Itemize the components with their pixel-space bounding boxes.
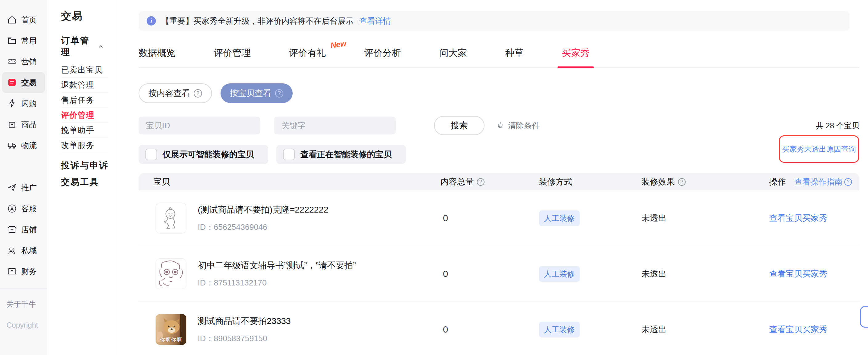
decor-effect-value: 未透出 bbox=[642, 213, 769, 224]
content-total-value: 0 bbox=[440, 324, 539, 335]
sidebar-item-private-domain[interactable]: 私域 bbox=[2, 240, 45, 261]
nav-item-label: 已卖出宝贝 bbox=[61, 65, 102, 75]
about-qianniu-link[interactable]: 关于千牛 bbox=[6, 299, 47, 309]
sidebar-item-shop[interactable]: 店铺 bbox=[2, 219, 45, 240]
sidebar-item-label: 私域 bbox=[21, 246, 37, 256]
sidebar-item-label: 财务 bbox=[21, 267, 37, 277]
column-header-product: 宝贝 bbox=[138, 176, 440, 187]
product-id-input[interactable] bbox=[138, 116, 260, 135]
tab-seeding[interactable]: 种草 bbox=[505, 47, 524, 67]
help-icon[interactable]: ? bbox=[844, 178, 852, 186]
bag-icon bbox=[7, 119, 17, 130]
help-icon[interactable]: ? bbox=[194, 89, 202, 98]
help-icon[interactable]: ? bbox=[678, 178, 686, 186]
sidebar-item-home[interactable]: 首页 bbox=[2, 9, 45, 30]
tab-bar: 数据概览 评价管理 评价有礼 New 评价分析 问大家 种草 买家秀 bbox=[138, 47, 859, 68]
tab-review-analysis[interactable]: 评价分析 bbox=[364, 47, 401, 67]
nav-bottom-list: 投诉与申诉 交易工具 bbox=[61, 157, 116, 190]
nav-item-order-modify[interactable]: 改单服务 bbox=[61, 138, 108, 153]
nav-item-label: 交易工具 bbox=[61, 176, 99, 188]
clear-filters-button[interactable]: 清除条件 bbox=[496, 120, 540, 131]
view-buyer-show-link[interactable]: 查看宝贝买家秀 bbox=[769, 268, 859, 279]
sidebar-spacer bbox=[0, 156, 47, 177]
sidebar-item-logistics[interactable]: 物流 bbox=[2, 135, 45, 156]
nav-sub-list: 已卖出宝贝 退款管理 售后任务 评价管理 挽单助手 改单服务 bbox=[61, 63, 116, 153]
banner-detail-link[interactable]: 查看详情 bbox=[359, 16, 391, 27]
nav-item-refund-management[interactable]: 退款管理 bbox=[61, 77, 108, 93]
sidebar-item-label: 物流 bbox=[21, 140, 37, 150]
table-row: 你啊你啊 测试商品请不要拍23333 ID：890583759150 0 人工装… bbox=[138, 302, 859, 355]
sidebar-item-customer-service[interactable]: 客服 bbox=[2, 198, 45, 219]
column-header-content-total: 内容总量 ? bbox=[440, 176, 539, 187]
sidebar-item-label: 推广 bbox=[21, 183, 37, 193]
nav-item-review-management[interactable]: 评价管理 bbox=[61, 108, 108, 123]
chevron-up-icon bbox=[97, 42, 105, 50]
sidebar-item-label: 首页 bbox=[21, 15, 37, 25]
checkbox[interactable] bbox=[283, 149, 295, 160]
sidebar-item-promotion[interactable]: 推广 bbox=[2, 177, 45, 198]
nav-item-order-recovery[interactable]: 挽单助手 bbox=[61, 123, 108, 138]
storefront-icon bbox=[7, 224, 17, 235]
view-by-content-button[interactable]: 按内容查看 ? bbox=[138, 83, 212, 103]
nav-item-trade-tools[interactable]: 交易工具 bbox=[61, 174, 116, 190]
notice-banner: i 【重要】买家秀全新升级，非评价内容将不在后台展示 查看详情 bbox=[138, 11, 849, 31]
product-image[interactable]: 你啊你啊 bbox=[156, 314, 186, 345]
help-icon[interactable]: ? bbox=[275, 89, 283, 98]
checkbox[interactable] bbox=[145, 149, 157, 160]
tab-review-management[interactable]: 评价管理 bbox=[214, 47, 251, 67]
product-id: ID：890583759150 bbox=[198, 333, 291, 344]
keyword-input[interactable] bbox=[274, 116, 396, 135]
search-button[interactable]: 搜索 bbox=[434, 116, 485, 135]
not-shown-reason-link[interactable]: 买家秀未透出原因查询 bbox=[782, 144, 856, 154]
sidebar-item-frequent[interactable]: 常用 bbox=[2, 30, 45, 51]
search-row: 搜索 清除条件 共 28 个宝贝 bbox=[138, 116, 859, 135]
product-table: 宝贝 内容总量 ? 装修方式 装修效果 ? 操作 查看操作指南 ? bbox=[138, 173, 859, 355]
sidebar-item-marketing[interactable]: 营销 bbox=[2, 51, 45, 72]
view-by-product-button[interactable]: 按宝贝查看 ? bbox=[221, 83, 292, 103]
tab-review-reward[interactable]: 评价有礼 New bbox=[289, 47, 326, 67]
people-icon bbox=[7, 245, 17, 256]
help-icon[interactable]: ? bbox=[477, 178, 485, 186]
view-buyer-show-link[interactable]: 查看宝贝买家秀 bbox=[769, 324, 859, 335]
product-id: ID：875113132170 bbox=[198, 278, 356, 288]
sidebar-item-products[interactable]: 商品 bbox=[2, 114, 45, 135]
sidebar-item-trade[interactable]: 交易 bbox=[2, 72, 45, 93]
column-header-effect: 装修效果 ? bbox=[642, 176, 769, 187]
copyright-label: Copyright bbox=[6, 321, 47, 329]
sidebar-item-label: 闪购 bbox=[21, 99, 37, 109]
filter-smart-decor-available[interactable]: 仅展示可智能装修的宝贝 bbox=[138, 145, 268, 164]
operation-guide-label: 查看操作指南 bbox=[795, 177, 842, 187]
sidebar-item-flash-sale[interactable]: 闪购 bbox=[2, 93, 45, 114]
column-header-action: 操作 查看操作指南 ? bbox=[769, 176, 859, 187]
nav-item-label: 改单服务 bbox=[61, 140, 94, 151]
button-label: 按内容查看 bbox=[149, 88, 190, 99]
product-info: 初中二年级语文辅导书”测试”，”请不要拍” ID：875113132170 bbox=[198, 260, 356, 288]
main-content: i 【重要】买家秀全新升级，非评价内容将不在后台展示 查看详情 数据概览 评价管… bbox=[116, 0, 868, 355]
product-info: 测试商品请不要拍23333 ID：890583759150 bbox=[198, 315, 291, 344]
sidebar-item-finance[interactable]: 财务 bbox=[2, 261, 45, 282]
product-title: 测试商品请不要拍23333 bbox=[198, 315, 291, 327]
home-icon bbox=[7, 14, 17, 25]
total-count-label: 共 28 个宝贝 bbox=[816, 120, 859, 131]
nav-item-label: 退款管理 bbox=[61, 80, 94, 91]
product-image[interactable] bbox=[156, 203, 186, 234]
filter-smart-decor-inprogress[interactable]: 查看正在智能装修的宝贝 bbox=[276, 145, 406, 164]
tab-ask-everyone[interactable]: 问大家 bbox=[439, 47, 467, 67]
info-icon: i bbox=[147, 16, 156, 26]
nav-item-aftersale-tasks[interactable]: 售后任务 bbox=[61, 93, 108, 108]
nav-item-sold-items[interactable]: 已卖出宝贝 bbox=[61, 63, 108, 77]
edge-floating-widget[interactable] bbox=[860, 306, 868, 328]
product-image[interactable] bbox=[156, 258, 186, 289]
product-info: (测试商品请不要拍)克隆=2222222 ID：656254369046 bbox=[198, 204, 328, 233]
decor-method-cell: 人工装修 bbox=[539, 322, 642, 338]
tab-data-overview[interactable]: 数据概览 bbox=[138, 47, 176, 67]
operation-guide-link[interactable]: 查看操作指南 ? bbox=[795, 177, 852, 187]
nav-item-complaints[interactable]: 投诉与申诉 bbox=[61, 157, 116, 174]
nav-group-order-management[interactable]: 订单管理 bbox=[61, 35, 116, 58]
sidebar-item-label: 店铺 bbox=[21, 224, 37, 235]
column-header-label: 装修效果 bbox=[642, 176, 675, 187]
tab-buyer-show[interactable]: 买家秀 bbox=[562, 47, 590, 67]
view-buyer-show-link[interactable]: 查看宝贝买家秀 bbox=[769, 213, 859, 224]
column-header-label: 内容总量 bbox=[440, 176, 474, 187]
sidebar-item-label: 交易 bbox=[21, 77, 37, 88]
